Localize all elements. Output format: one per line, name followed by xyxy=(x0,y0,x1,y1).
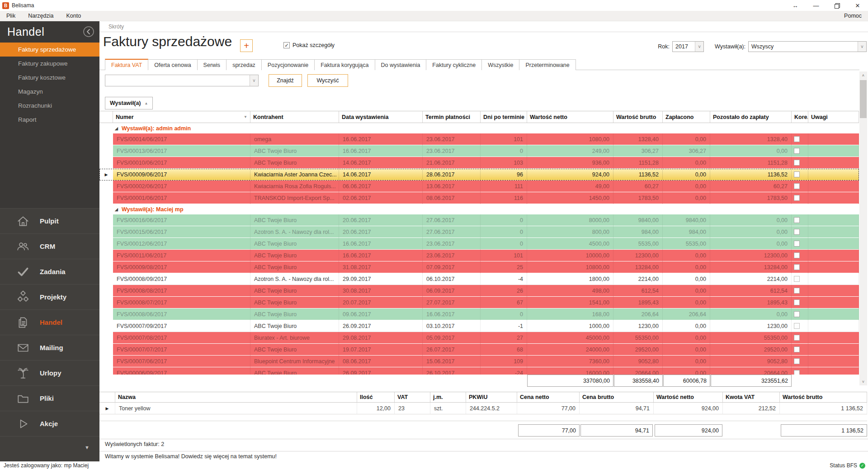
kore-checkbox[interactable] xyxy=(794,276,800,282)
row-gutter[interactable] xyxy=(99,133,113,145)
invoice-row[interactable]: FVS/00007/09/2017ABC Twoje Biuro26.09.20… xyxy=(99,320,859,332)
dropdown-arrow-icon[interactable]: ˅ xyxy=(250,75,258,86)
row-gutter[interactable] xyxy=(99,157,113,169)
tab-pozycjonowanie[interactable]: Pozycjonowanie xyxy=(261,59,315,70)
scrollbar-thumb[interactable] xyxy=(860,80,867,118)
menu-konto[interactable]: Konto xyxy=(60,13,87,19)
invoice-row[interactable]: ▶FVS/00009/06/2017Kwiaciarnia Aster Joan… xyxy=(99,169,859,180)
column-header-wartosc_netto[interactable]: Wartość netto xyxy=(527,111,613,123)
row-gutter[interactable] xyxy=(99,180,113,192)
row-gutter[interactable] xyxy=(99,285,113,297)
row-gutter[interactable] xyxy=(99,214,113,226)
item-column-header-nazwa[interactable]: Nazwa xyxy=(115,392,357,402)
row-expand-icon[interactable]: ▶ xyxy=(106,406,109,411)
tab-do-wystawienia[interactable]: Do wystawienia xyxy=(375,59,427,70)
menu-plik[interactable]: Plik xyxy=(0,13,22,19)
collapse-group-icon[interactable]: ◢ xyxy=(115,126,118,131)
module-zadania[interactable]: Zadania xyxy=(0,259,99,284)
kore-checkbox[interactable] xyxy=(794,160,800,166)
tab-serwis[interactable]: Serwis xyxy=(197,59,227,70)
kore-checkbox[interactable] xyxy=(794,335,800,341)
kore-checkbox[interactable] xyxy=(794,195,800,201)
invoice-row[interactable]: FVS/00013/06/2017ABC Twoje Biuro16.06.20… xyxy=(99,145,859,157)
menu-pomoc[interactable]: Pomoc xyxy=(838,13,868,19)
module-pulpit[interactable]: Pulpit xyxy=(0,208,99,233)
invoice-row[interactable]: FVS/00007/08/2017Biuratex - Art. biurowe… xyxy=(99,332,859,344)
invoice-row[interactable]: FVS/00014/06/2017omega16.06.201723.06.20… xyxy=(99,133,859,145)
row-expand-icon[interactable]: ▶ xyxy=(105,172,108,177)
invoice-row[interactable]: FVS/00001/06/2017TRANSKOD Import-Export … xyxy=(99,192,859,204)
module-pliki[interactable]: Pliki xyxy=(0,385,99,411)
kore-checkbox[interactable] xyxy=(794,311,800,317)
tab-przeterminowane[interactable]: Przeterminowane xyxy=(519,59,576,70)
sidebar-item-0[interactable]: Faktury sprzedażowe xyxy=(0,43,99,57)
module-crm[interactable]: CRM xyxy=(0,233,99,259)
kore-checkbox[interactable] xyxy=(794,264,800,270)
invoice-row[interactable]: FVS/00015/06/2017Azotron S. A. - Nawozy … xyxy=(99,226,859,238)
invoice-row[interactable]: FVS/00008/07/2017ABC Twoje Biuro20.07.20… xyxy=(99,297,859,309)
invoice-row[interactable]: FVS/00011/06/2017ABC Twoje Biuro16.06.20… xyxy=(99,250,859,261)
item-column-header-wartosc_brutto2[interactable]: Wartość brutto xyxy=(780,392,867,402)
item-column-header-ilosc[interactable]: Ilość xyxy=(357,392,395,402)
row-gutter[interactable] xyxy=(99,344,113,356)
kore-checkbox[interactable] xyxy=(794,252,800,258)
kore-checkbox[interactable] xyxy=(794,171,800,177)
minimize-button[interactable]: — xyxy=(806,0,826,11)
kore-checkbox[interactable] xyxy=(794,148,800,154)
vertical-scrollbar[interactable]: ˄ ˅ xyxy=(859,71,867,385)
search-value[interactable] xyxy=(105,75,250,86)
row-gutter[interactable]: ▶ xyxy=(99,169,113,180)
item-column-header-pkwiu[interactable]: PKWiU xyxy=(466,392,517,402)
dropdown-arrow-icon[interactable]: ˅ xyxy=(695,42,703,52)
row-gutter[interactable]: ▶ xyxy=(99,403,115,414)
row-gutter[interactable] xyxy=(99,367,113,375)
resize-horizontal-icon[interactable]: ↔ xyxy=(785,0,806,11)
row-gutter[interactable] xyxy=(99,273,113,285)
sidebar-more[interactable]: ▼ xyxy=(0,436,99,461)
column-header-kore[interactable]: Kore... xyxy=(792,111,808,123)
column-header-gutter[interactable] xyxy=(99,111,113,123)
column-header-uwagi[interactable]: Uwagi xyxy=(808,111,859,123)
kore-checkbox[interactable] xyxy=(794,136,800,142)
row-gutter[interactable] xyxy=(99,297,113,309)
column-header-wartosc_brutto[interactable]: Wartość brutto xyxy=(613,111,663,123)
kore-checkbox[interactable] xyxy=(794,288,800,294)
column-header-kontrahent[interactable]: Kontrahent xyxy=(250,111,339,123)
item-column-header-cena_netto[interactable]: Cena netto xyxy=(517,392,580,402)
invoice-row[interactable]: FVS/00010/06/2017ABC Twoje Biuro14.06.20… xyxy=(99,157,859,169)
add-invoice-button[interactable]: + xyxy=(240,39,253,52)
clear-button[interactable]: Wyczyść xyxy=(307,74,348,87)
tab-faktura-vat[interactable]: Faktura VAT xyxy=(105,59,148,70)
restore-button[interactable] xyxy=(826,0,847,11)
kore-checkbox[interactable] xyxy=(794,183,800,189)
row-gutter[interactable] xyxy=(99,320,113,332)
kore-checkbox[interactable] xyxy=(794,358,800,364)
column-header-zaplacono[interactable]: Zapłacono xyxy=(663,111,710,123)
tab-faktury-cykliczne[interactable]: Faktury cykliczne xyxy=(426,59,482,70)
close-button[interactable]: ✕ xyxy=(847,0,868,11)
invoice-row[interactable]: FVS/00007/06/2017Bluepoint Centrum Infor… xyxy=(99,356,859,367)
kore-checkbox[interactable] xyxy=(794,370,800,375)
sidebar-item-4[interactable]: Rozrachunki xyxy=(0,99,99,113)
row-gutter[interactable] xyxy=(99,192,113,204)
row-gutter[interactable] xyxy=(99,238,113,250)
row-gutter[interactable] xyxy=(99,356,113,367)
kore-checkbox[interactable] xyxy=(794,217,800,223)
issuer-select[interactable]: Wszyscy ˅ xyxy=(748,41,867,52)
module-handel[interactable]: Handel xyxy=(0,309,99,335)
group-row[interactable]: ◢Wystawił(a): admin admin xyxy=(99,123,859,133)
row-gutter[interactable] xyxy=(99,309,113,320)
column-header-dni[interactable]: Dni po terminie xyxy=(481,111,527,123)
find-button[interactable]: Znajdź xyxy=(269,74,302,87)
row-gutter[interactable] xyxy=(99,250,113,261)
sidebar-item-2[interactable]: Faktury kosztowe xyxy=(0,71,99,85)
column-header-termin_platnosci[interactable]: Termin płatności xyxy=(423,111,481,123)
grouping-chip[interactable]: Wystawił(a) ▲ xyxy=(105,97,153,109)
kore-checkbox[interactable] xyxy=(794,347,800,352)
item-column-header-cena_brutto[interactable]: Cena brutto xyxy=(580,392,654,402)
collapse-group-icon[interactable]: ◢ xyxy=(115,207,118,212)
row-gutter[interactable] xyxy=(99,261,113,273)
module-urlopy[interactable]: Urlopy xyxy=(0,360,99,385)
show-details-toggle[interactable]: ✓ Pokaż szczegóły xyxy=(283,42,335,48)
invoice-row[interactable]: FVS/00007/07/2017ABC Twoje Biuro19.07.20… xyxy=(99,344,859,356)
